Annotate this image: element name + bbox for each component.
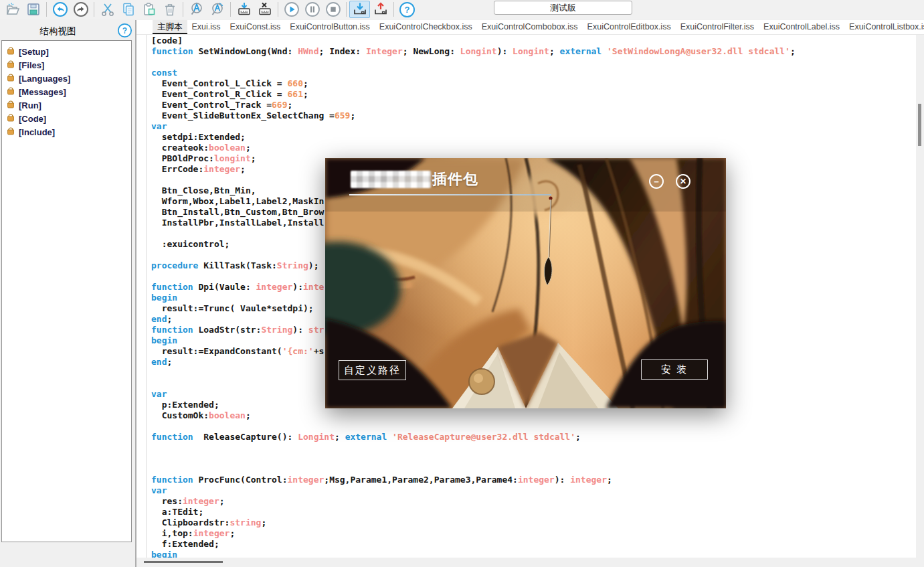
paste-icon[interactable]	[138, 1, 159, 18]
toolbar-separator	[230, 2, 231, 17]
undo-icon[interactable]	[50, 1, 70, 18]
compile-insert-icon[interactable]	[234, 1, 254, 18]
code-line: function ProcFunc(Control:integer;Msg,Pa…	[151, 475, 796, 485]
code-line	[151, 464, 796, 475]
svg-text:?: ?	[122, 26, 127, 35]
code-line: a:TEdit;	[151, 507, 796, 517]
tab-exuiconst-iss[interactable]: ExuiConst.iss	[225, 20, 286, 34]
sidebar-item-label: [Setup]	[19, 47, 49, 57]
copy-icon[interactable]	[118, 1, 138, 18]
version-selector[interactable]: 测试版	[494, 1, 632, 15]
sidebar-item-label: [Include]	[19, 127, 55, 137]
section-icon	[7, 112, 15, 125]
installer-title-text: 插件包	[432, 169, 478, 189]
editor-margin-line	[146, 35, 147, 558]
structure-panel-title: 结构视图	[0, 25, 116, 37]
structure-help-icon[interactable]: ?	[117, 23, 132, 38]
find-icon[interactable]	[186, 1, 207, 18]
tab-exuicontrollabel-iss[interactable]: ExuiControlLabel.iss	[759, 20, 844, 34]
tab-exui-iss[interactable]: Exui.iss	[187, 20, 225, 34]
delete-icon[interactable]	[159, 1, 180, 18]
code-line: f:Extended;	[151, 539, 796, 550]
custom-path-button[interactable]: 自定义路径	[339, 360, 406, 380]
horizontal-scrollbar[interactable]	[136, 558, 924, 567]
installer-title: 插件包	[351, 169, 478, 189]
tab-exuicontrolbutton-iss[interactable]: ExuiControlButton.iss	[285, 20, 375, 34]
vertical-scrollbar-thumb[interactable]	[918, 104, 921, 146]
toolbar-separator	[46, 2, 47, 17]
code-line: var	[151, 121, 796, 132]
sidebar-item-label: [Messages]	[19, 87, 66, 97]
export-plugin-icon[interactable]	[370, 1, 391, 18]
sidebar-item-label: [Code]	[19, 114, 46, 124]
toolbar: ?	[0, 0, 924, 19]
replace-icon[interactable]	[207, 1, 227, 18]
code-line: var	[151, 485, 796, 496]
section-icon	[7, 86, 15, 98]
sidebar-item-files[interactable]: [Files]	[2, 58, 131, 72]
stop-icon[interactable]	[322, 1, 343, 18]
structure-panel: 结构视图 ? [Setup][Files][Languages][Message…	[0, 20, 136, 567]
code-line	[151, 442, 796, 453]
code-line	[151, 57, 796, 68]
svg-text:?: ?	[405, 5, 410, 15]
toolbar-separator	[94, 2, 94, 17]
install-button[interactable]: 安 装	[641, 359, 708, 380]
code-line: Event_Control_Track =669;	[151, 100, 796, 110]
toolbar-separator	[346, 2, 347, 17]
help-icon[interactable]: ?	[397, 1, 418, 18]
toolbar-separator	[278, 2, 278, 17]
minimize-icon[interactable]: −	[649, 174, 664, 189]
installer-preview-dialog: 插件包 − ✕ 自定义路径 安 装	[325, 158, 726, 408]
tab-main-script[interactable]: 主脚本	[153, 20, 187, 34]
tab-exuicontroleditbox-iss[interactable]: ExuiControlEditbox.iss	[583, 20, 676, 34]
application-window: ? 测试版 结构视图 ? [Setup][Files][Languages][M…	[0, 0, 924, 567]
import-plugin-icon[interactable]	[349, 1, 370, 18]
tab-exuicontrolfilter-iss[interactable]: ExuiControlFilter.iss	[676, 20, 759, 34]
code-line: function SetWindowLong(Wnd: HWnd; Index:…	[151, 46, 796, 57]
code-line: setdpi:Extended;	[151, 132, 796, 143]
section-icon	[7, 99, 15, 111]
toolbar-separator	[183, 2, 183, 17]
code-line	[151, 453, 796, 464]
sidebar-item-messages[interactable]: [Messages]	[2, 85, 131, 98]
tab-exuicontrolcheckbox-iss[interactable]: ExuiControlCheckbox.iss	[375, 20, 477, 34]
code-line: Event_Control_L_Click = 660;	[151, 78, 796, 89]
section-icon	[7, 59, 15, 71]
code-line: createok:boolean;	[151, 143, 796, 153]
structure-panel-header: 结构视图 ?	[0, 20, 136, 40]
toolbar-separator	[393, 2, 394, 17]
sidebar-item-code[interactable]: [Code]	[2, 112, 131, 125]
tab-bar: 主脚本Exui.issExuiConst.issExuiControlButto…	[136, 20, 924, 35]
code-line	[151, 421, 796, 432]
code-line: Event_Control_R_Click = 661;	[151, 89, 796, 100]
close-icon[interactable]: ✕	[676, 174, 690, 189]
sidebar-item-run[interactable]: [Run]	[2, 98, 131, 112]
code-line: Event_SlideButtonEx_SelectChang =659;	[151, 110, 796, 121]
sidebar-item-label: [Languages]	[19, 74, 70, 84]
horizontal-scrollbar-thumb[interactable]	[144, 561, 223, 563]
compile-remove-icon[interactable]	[254, 1, 275, 18]
code-line: [code]	[151, 35, 796, 46]
redo-icon[interactable]	[70, 1, 91, 18]
structure-list: [Setup][Files][Languages][Messages][Run]…	[1, 40, 132, 542]
sidebar-item-languages[interactable]: [Languages]	[2, 72, 131, 85]
sidebar-item-label: [Run]	[19, 100, 41, 110]
run-icon[interactable]	[281, 1, 302, 18]
sidebar-item-include[interactable]: [Include]	[2, 125, 131, 139]
section-icon	[7, 46, 15, 58]
pause-icon[interactable]	[302, 1, 322, 18]
tab-exuicontrolcombobox-iss[interactable]: ExuiControlCombobox.iss	[477, 20, 583, 34]
cut-icon[interactable]	[97, 1, 118, 18]
vertical-scrollbar[interactable]	[916, 35, 924, 567]
open-icon[interactable]	[2, 1, 23, 18]
tab-exuicontrollistbox-iss[interactable]: ExuiControlListbox.iss	[844, 20, 924, 34]
sidebar-item-setup[interactable]: [Setup]	[2, 45, 131, 58]
code-line: i,top:integer;	[151, 528, 796, 539]
section-icon	[7, 126, 15, 138]
code-line: const	[151, 68, 796, 78]
code-line: CustomOk:boolean;	[151, 410, 796, 421]
censored-title-block	[351, 171, 431, 188]
sidebar-item-label: [Files]	[19, 60, 44, 70]
save-icon[interactable]	[23, 1, 43, 18]
